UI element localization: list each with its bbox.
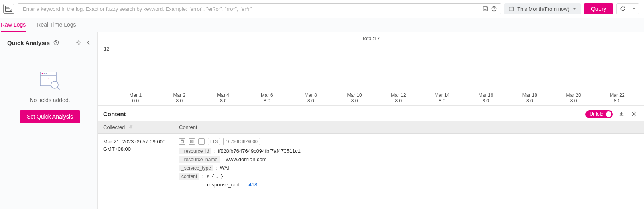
svg-point-11: [46, 73, 47, 74]
histogram-chart: 12: [114, 43, 639, 91]
kv-resource-id: _resource_id : ff828fb7647649c094fbf7af4…: [179, 148, 638, 154]
help-icon[interactable]: [490, 4, 498, 13]
quick-analysis-empty: T No fields added. Set Quick Analysis: [7, 47, 93, 206]
context-icon[interactable]: [189, 138, 195, 145]
sort-icon[interactable]: [129, 125, 133, 130]
histogram-x-tick: Mar 108:0: [333, 92, 376, 104]
content-cell: LTS 1679363829000 _resource_id : ff828fb…: [173, 133, 644, 193]
refresh-dropdown[interactable]: [629, 4, 639, 14]
gear-icon[interactable]: [74, 39, 82, 47]
search-input[interactable]: [20, 4, 481, 14]
settings-icon[interactable]: [630, 110, 638, 119]
content-header: Content Unfold: [98, 105, 644, 121]
histogram-area: Total:17 12 Mar 10:0Mar 28:0Mar 48:0Mar …: [98, 32, 644, 105]
right-panel: Total:17 12 Mar 10:0Mar 28:0Mar 48:0Mar …: [98, 32, 644, 209]
svg-rect-1: [483, 7, 488, 11]
epoch-badge: 1679363829000: [223, 138, 260, 145]
lts-badge: LTS: [208, 138, 220, 145]
log-table: Collected Content Mar 21, 2023 09:57:09.…: [98, 121, 644, 193]
histogram-x-tick: Mar 10:0: [114, 92, 158, 104]
query-button[interactable]: Query: [584, 3, 613, 14]
histogram-ylabel: 12: [104, 46, 109, 52]
empty-illustration-icon: T: [38, 70, 62, 90]
histogram-x-tick: Mar 148:0: [420, 92, 464, 104]
svg-point-6: [56, 44, 56, 44]
histogram-x-tick: Mar 68:0: [245, 92, 289, 104]
table-row: Mar 21, 2023 09:57:09.000 GMT+08:00: [98, 133, 644, 193]
top-bar: This Month(From now) Query: [0, 0, 644, 18]
refresh-group: [616, 3, 639, 14]
quick-analysis-panel: Quick Analysis: [0, 32, 98, 209]
calendar-icon: [508, 6, 514, 12]
log-tabs: Raw Logs Real-Time Logs: [0, 18, 644, 32]
copy-icon[interactable]: [179, 138, 185, 145]
search-input-wrap: [18, 3, 501, 14]
date-range-label: This Month(From now): [517, 6, 569, 12]
histogram-x-tick: Mar 188:0: [508, 92, 551, 104]
svg-point-7: [77, 42, 79, 43]
unfold-toggle[interactable]: Unfold: [585, 110, 613, 118]
svg-point-3: [494, 10, 494, 10]
sql-mode-toggle[interactable]: [3, 4, 14, 14]
tab-raw-logs[interactable]: Raw Logs: [1, 18, 26, 32]
svg-rect-4: [509, 7, 514, 11]
svg-text:T: T: [45, 77, 49, 84]
histogram-x-tick: Mar 168:0: [464, 92, 508, 104]
histogram-x-axis: Mar 10:0Mar 28:0Mar 48:0Mar 68:0Mar 88:0…: [114, 92, 639, 104]
tab-realtime-logs[interactable]: Real-Time Logs: [37, 18, 76, 32]
histogram-x-tick: Mar 228:0: [595, 92, 639, 104]
histogram-x-tick: Mar 208:0: [551, 92, 595, 104]
more-icon[interactable]: [198, 138, 205, 145]
svg-rect-16: [190, 140, 193, 143]
svg-rect-15: [181, 140, 184, 143]
main-area: Quick Analysis: [0, 32, 644, 209]
histogram-x-tick: Mar 28:0: [158, 92, 201, 104]
collapse-sidebar-icon[interactable]: [85, 39, 93, 47]
svg-point-9: [42, 73, 43, 74]
histogram-x-tick: Mar 128:0: [376, 92, 420, 104]
download-icon[interactable]: [617, 110, 626, 119]
log-badges: LTS 1679363829000: [179, 138, 638, 145]
histogram-total: Total:17: [102, 35, 639, 41]
chevron-down-icon: [573, 7, 577, 11]
svg-point-14: [633, 113, 635, 115]
collapse-content-icon[interactable]: ▼: [206, 174, 210, 178]
svg-point-10: [44, 73, 45, 74]
kv-content: content : ▼ { ... }: [179, 173, 638, 180]
help-icon[interactable]: [52, 39, 60, 47]
kv-resource-name: _resource_name : www.domian.com: [179, 156, 638, 163]
quick-analysis-header: Quick Analysis: [7, 39, 93, 47]
column-content: Content: [173, 121, 644, 134]
kv-response-code: response_code : 418: [207, 182, 638, 188]
toggle-knob: [606, 111, 611, 117]
content-title: Content: [103, 111, 126, 117]
date-range-picker[interactable]: This Month(From now): [504, 3, 581, 14]
set-quick-analysis-button[interactable]: Set Quick Analysis: [20, 110, 80, 123]
refresh-button[interactable]: [617, 4, 629, 14]
column-collected[interactable]: Collected: [98, 121, 173, 134]
histogram-x-tick: Mar 88:0: [289, 92, 333, 104]
collected-cell: Mar 21, 2023 09:57:09.000 GMT+08:00: [98, 133, 173, 193]
kv-service-type: _service_type : WAF: [179, 165, 638, 171]
quick-analysis-empty-text: No fields added.: [30, 97, 70, 103]
save-search-icon[interactable]: [481, 4, 490, 13]
quick-analysis-title: Quick Analysis: [7, 39, 50, 46]
histogram-x-tick: Mar 48:0: [201, 92, 245, 104]
